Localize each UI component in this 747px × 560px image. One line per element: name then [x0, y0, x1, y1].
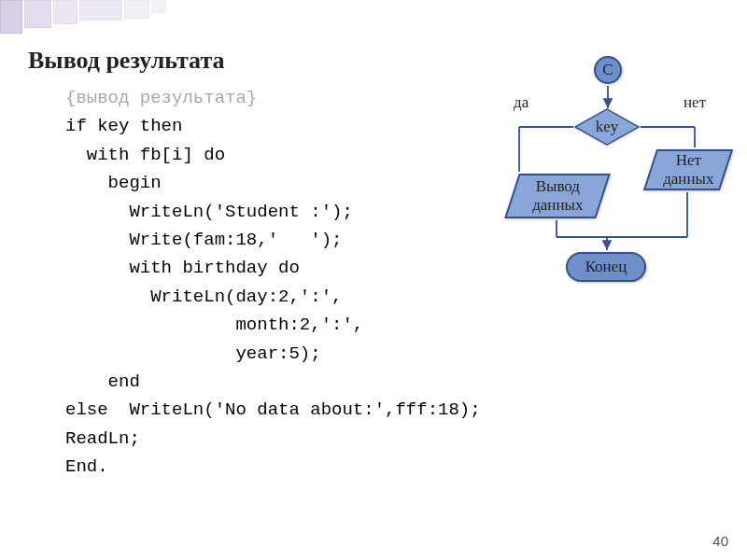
code-line: {вывод результата}	[65, 88, 257, 108]
slide-corner-decor	[0, 0, 168, 34]
flow-decision: key	[573, 108, 641, 146]
code-line: if key then	[65, 116, 182, 136]
flow-label-no: нет	[684, 93, 706, 112]
code-line: end	[65, 371, 140, 392]
flow-nodata-label: Нетданных	[663, 151, 713, 188]
code-listing: {вывод результата} if key then with fb[i…	[65, 84, 481, 481]
page-number: 40	[712, 533, 728, 549]
flow-output-label: Выводданных	[532, 177, 583, 214]
code-line: ReadLn;	[65, 428, 140, 449]
flow-end-label: Конец	[585, 258, 627, 276]
flow-nodata-box: Нетданных	[643, 149, 733, 190]
flow-connector: С	[594, 56, 622, 84]
code-line: with birthday do	[65, 258, 300, 278]
flow-decision-label: key	[596, 118, 619, 136]
code-line: begin	[65, 173, 162, 193]
code-line: month:2,':',	[65, 315, 363, 335]
flow-terminator: Конец	[566, 252, 646, 282]
code-line: WriteLn(day:2,':',	[65, 287, 342, 307]
slide-title: Вывод результата	[28, 47, 225, 75]
code-line: year:5);	[65, 343, 321, 364]
flow-label-yes: да	[514, 93, 529, 112]
flow-output-box: Выводданных	[504, 174, 611, 218]
code-line: Write(fam:18,' ');	[65, 230, 342, 250]
code-line: WriteLn('Student :');	[65, 202, 353, 222]
flowchart: да нет С key Выводданных Нетданных Конец	[467, 52, 728, 295]
code-line: with fb[i] do	[65, 145, 225, 165]
code-end: End.	[65, 456, 108, 477]
code-line: else WriteLn('No data about:',fff:18);	[65, 399, 481, 420]
flow-connector-label: С	[602, 61, 613, 79]
